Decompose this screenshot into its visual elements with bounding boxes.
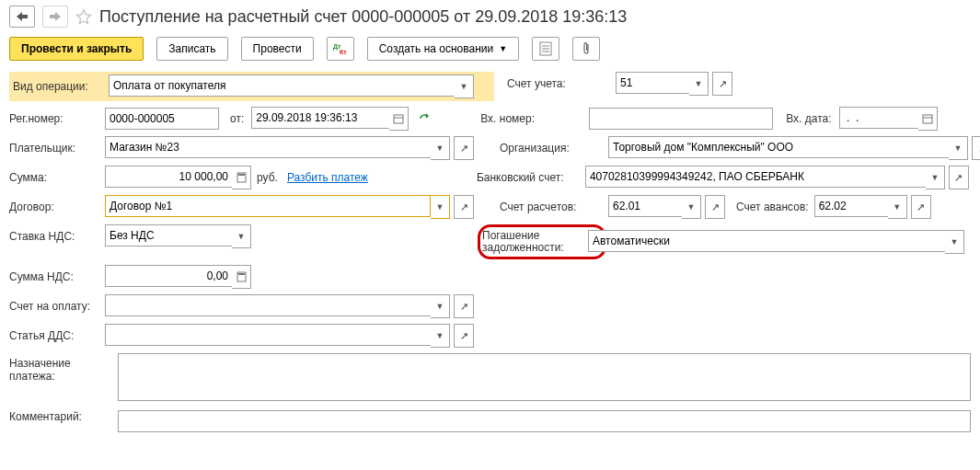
settle-open[interactable]: ↗ — [705, 195, 725, 219]
in-date-calendar[interactable] — [918, 107, 938, 131]
advance-open[interactable]: ↗ — [911, 195, 931, 219]
op-type-dropdown[interactable]: ▼ — [455, 75, 474, 98]
in-no-label: Вх. номер: — [480, 112, 589, 125]
report-button[interactable] — [532, 37, 559, 61]
org-input[interactable] — [608, 136, 949, 158]
debt-input[interactable] — [588, 230, 945, 252]
in-no-input[interactable] — [589, 108, 773, 130]
nav-forward-button — [42, 6, 68, 28]
date-calendar[interactable] — [389, 107, 409, 131]
report-icon — [539, 41, 552, 56]
bank-input[interactable] — [585, 166, 926, 188]
comment-label: Комментарий: — [9, 410, 105, 423]
svg-text:Кт: Кт — [340, 49, 347, 55]
date-input[interactable] — [251, 107, 389, 129]
purpose-label: Назначение платежа: — [9, 353, 105, 383]
dt-kt-button[interactable]: ДтКт — [327, 37, 354, 61]
bank-label: Банковский счет: — [477, 171, 585, 184]
bank-open[interactable]: ↗ — [949, 166, 969, 189]
payer-dropdown[interactable]: ▼ — [431, 136, 450, 160]
debt-label: Погашение задолженности: — [482, 230, 583, 254]
refresh-icon[interactable] — [418, 112, 431, 125]
purpose-textarea[interactable] — [118, 353, 971, 401]
comment-input[interactable] — [118, 410, 971, 432]
create-based-label: Создать на основании — [379, 42, 494, 55]
nav-back-button[interactable] — [9, 6, 35, 28]
vat-sum-calc[interactable] — [232, 265, 251, 289]
invoice-label: Счет на оплату: — [9, 300, 105, 313]
dds-input[interactable] — [105, 324, 431, 346]
bank-dropdown[interactable]: ▼ — [926, 166, 945, 189]
payer-input[interactable] — [105, 136, 431, 158]
chevron-down-icon: ▼ — [499, 44, 507, 53]
sum-calc[interactable] — [232, 166, 251, 189]
page-title: Поступление на расчетный счет 0000-00000… — [99, 7, 627, 27]
debt-callout: Погашение задолженности: — [478, 224, 606, 259]
org-label: Организация: — [500, 142, 608, 155]
post-button[interactable]: Провести — [241, 37, 314, 61]
contract-input[interactable] — [105, 195, 431, 217]
attachment-button[interactable] — [572, 37, 600, 61]
calculator-icon — [236, 271, 247, 282]
svg-rect-8 — [923, 115, 932, 123]
invoice-open[interactable]: ↗ — [454, 294, 474, 318]
dds-open[interactable]: ↗ — [454, 324, 474, 348]
vat-sum-label: Сумма НДС: — [9, 270, 105, 283]
svg-rect-6 — [394, 115, 403, 123]
post-and-close-button[interactable]: Провести и закрыть — [9, 37, 144, 61]
org-dropdown[interactable]: ▼ — [949, 136, 968, 160]
sum-label: Сумма: — [9, 171, 105, 184]
account-dropdown[interactable]: ▼ — [689, 72, 709, 96]
reg-no-input[interactable] — [105, 108, 219, 130]
account-input[interactable] — [616, 72, 689, 94]
calculator-icon — [236, 172, 247, 183]
payer-label: Плательщик: — [9, 142, 105, 155]
debt-dropdown[interactable]: ▼ — [945, 230, 964, 254]
dds-label: Статья ДДС: — [9, 329, 105, 342]
favorite-star-icon[interactable] — [75, 8, 92, 25]
settle-input[interactable] — [608, 195, 682, 217]
dds-dropdown[interactable]: ▼ — [431, 324, 450, 348]
advance-label: Счет авансов: — [736, 201, 809, 213]
calendar-icon — [393, 113, 404, 124]
vat-rate-label: Ставка НДС: — [9, 230, 105, 243]
in-date-input[interactable] — [839, 107, 918, 129]
payer-open[interactable]: ↗ — [454, 136, 474, 160]
vat-sum-input[interactable] — [105, 265, 232, 287]
dt-kt-icon: ДтКт — [333, 42, 348, 55]
paperclip-icon — [582, 41, 591, 56]
from-label: от: — [230, 112, 244, 125]
reg-no-label: Рег.номер: — [9, 112, 105, 125]
split-payment-link[interactable]: Разбить платеж — [287, 171, 368, 184]
sum-input[interactable] — [105, 166, 232, 188]
currency-label: руб. — [257, 171, 278, 184]
vat-rate-dropdown[interactable]: ▼ — [232, 224, 251, 248]
save-button[interactable]: Записать — [156, 37, 227, 61]
settle-label: Счет расчетов: — [500, 201, 608, 213]
create-based-on-button[interactable]: Создать на основании ▼ — [367, 37, 519, 61]
svg-rect-11 — [238, 174, 245, 176]
in-date-label: Вх. дата: — [786, 112, 831, 125]
advance-input[interactable] — [814, 195, 888, 217]
org-open[interactable]: ↗ — [972, 136, 980, 160]
op-type-input[interactable] — [109, 75, 455, 97]
contract-open[interactable]: ↗ — [454, 195, 474, 219]
invoice-dropdown[interactable]: ▼ — [431, 294, 450, 318]
advance-dropdown[interactable]: ▼ — [888, 195, 907, 219]
account-open[interactable]: ↗ — [712, 72, 732, 96]
settle-dropdown[interactable]: ▼ — [682, 195, 701, 219]
calendar-icon — [922, 113, 933, 124]
invoice-input[interactable] — [105, 294, 431, 316]
contract-label: Договор: — [9, 201, 105, 213]
account-label: Счет учета: — [507, 77, 616, 90]
vat-rate-input[interactable] — [105, 224, 232, 246]
op-type-label: Вид операции: — [13, 80, 109, 93]
contract-dropdown[interactable]: ▼ — [431, 195, 450, 219]
svg-rect-13 — [238, 273, 245, 275]
